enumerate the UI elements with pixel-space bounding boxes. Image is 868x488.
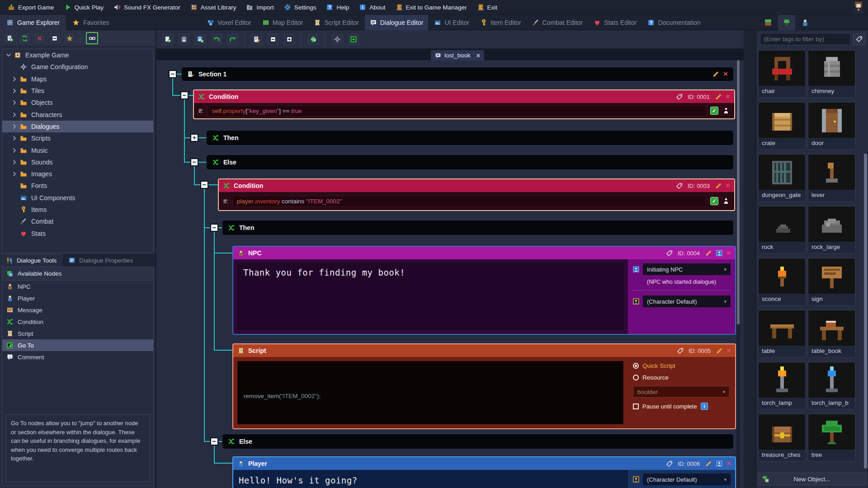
- edit-node-icon[interactable]: [705, 460, 712, 467]
- menu-export-game[interactable]: Export Game: [3, 0, 59, 14]
- menu-quick-play[interactable]: Quick Play: [59, 0, 109, 14]
- edit-node-icon[interactable]: [716, 347, 723, 354]
- edit-section-icon[interactable]: [712, 70, 719, 78]
- tag-filter-button[interactable]: [853, 33, 865, 45]
- tab-documentation[interactable]: ?Documentation: [642, 15, 705, 30]
- edit-node-icon[interactable]: [715, 182, 722, 189]
- wizard-icon[interactable]: [722, 197, 730, 205]
- canvas-test-dialogue-button[interactable]: [307, 33, 320, 46]
- menu-help[interactable]: ?Help: [321, 0, 354, 14]
- collapse-toggle[interactable]: −: [169, 70, 177, 78]
- explorer-collapse-all-button[interactable]: [48, 32, 61, 44]
- portrait-picker-icon[interactable]: [716, 249, 723, 257]
- tab-map-editor[interactable]: Map Editor: [257, 15, 308, 30]
- resource-radio[interactable]: Resource: [633, 374, 730, 381]
- condition-expression-field[interactable]: player.inventory contains "ITEM_0002": [232, 196, 706, 207]
- npc-dialogue-text[interactable]: Thank you for finding my book!: [237, 263, 623, 330]
- edit-node-icon[interactable]: [715, 93, 722, 100]
- tree-item-maps[interactable]: Maps: [2, 73, 153, 85]
- condition-node-0003[interactable]: Condition ID: 0003 × If: player.inventor…: [218, 178, 735, 211]
- dialogue-canvas[interactable]: lost_book × −−+−−−− Section 1 × Conditio…: [156, 30, 744, 488]
- delete-node-icon[interactable]: ×: [726, 347, 731, 354]
- canvas-save-as-button[interactable]: [193, 33, 207, 46]
- player-node-0006[interactable]: Player ID: 0006 × Hello! How's it going?…: [232, 456, 736, 488]
- tree-item-tiles[interactable]: Tiles: [2, 85, 153, 97]
- asset-table[interactable]: table: [758, 310, 806, 358]
- tab-game-explorer[interactable]: Game Explorer: [0, 15, 66, 30]
- tab-dialogue-properties[interactable]: Dialogue Properties: [62, 254, 139, 267]
- portrait-dropdown[interactable]: (Character Default)▾: [643, 296, 731, 307]
- new-object-button[interactable]: New Object...: [758, 473, 866, 485]
- script-node-0005[interactable]: Script ID: 0005 × remove_item("ITEM_0002…: [232, 343, 736, 429]
- caret-closed-icon[interactable]: [11, 123, 18, 130]
- pause-checkbox[interactable]: Pause until complete i: [633, 403, 730, 410]
- caret-closed-icon[interactable]: [11, 170, 18, 178]
- canvas-expand-node-button[interactable]: [283, 33, 296, 46]
- menu-exit-to-game-manager[interactable]: Exit to Game Manager: [391, 0, 472, 14]
- asset-sconce[interactable]: sconce: [758, 258, 806, 306]
- tree-item-dialogues[interactable]: Dialogues: [2, 121, 153, 132]
- delete-node-icon[interactable]: ×: [726, 460, 731, 467]
- caret-closed-icon[interactable]: [11, 75, 18, 83]
- delete-node-icon[interactable]: ×: [726, 250, 731, 256]
- menu-settings[interactable]: Settings: [279, 0, 321, 14]
- tab-dialogue-editor[interactable]: Dialogue Editor: [365, 15, 429, 30]
- else-branch-2[interactable]: Else: [222, 434, 734, 449]
- condition-node-0001[interactable]: Condition ID: 0001 × If: self.property["…: [193, 89, 735, 119]
- node-type-comment[interactable]: iComment: [2, 351, 153, 363]
- collapse-toggle[interactable]: −: [210, 437, 218, 446]
- then-branch-1[interactable]: Then: [206, 130, 734, 145]
- canvas-new-doc-button[interactable]: [161, 33, 175, 46]
- tree-item-combat[interactable]: Combat: [2, 216, 153, 227]
- tree-item-ui-components[interactable]: UI Components: [2, 192, 153, 204]
- delete-node-icon[interactable]: ×: [726, 183, 730, 189]
- caret-closed-icon[interactable]: [11, 99, 18, 106]
- tree-item-scripts[interactable]: Scripts: [2, 132, 153, 144]
- then-branch-2[interactable]: Then: [222, 220, 734, 235]
- canvas-undo-button[interactable]: [210, 33, 223, 46]
- tree-item-images[interactable]: Images: [2, 168, 153, 180]
- asset-lever[interactable]: lever: [807, 154, 856, 202]
- caret-closed-icon[interactable]: [11, 147, 18, 154]
- caret-closed-icon[interactable]: [11, 111, 18, 118]
- panel-tab-objects[interactable]: [778, 15, 795, 30]
- delete-section-icon[interactable]: ×: [723, 71, 728, 77]
- collapse-toggle[interactable]: −: [210, 224, 218, 232]
- asset-chair[interactable]: chair: [758, 50, 806, 98]
- canvas-redo-button[interactable]: [226, 33, 240, 46]
- script-code-area[interactable]: remove_item("ITEM_0002"); self.property[…: [237, 361, 623, 424]
- tree-item-objects[interactable]: Objects: [2, 97, 153, 108]
- asset-door[interactable]: door: [807, 102, 856, 150]
- tree-item-stats[interactable]: Stats: [2, 227, 153, 239]
- node-type-player[interactable]: Player: [2, 292, 153, 304]
- section-node[interactable]: Section 1 ×: [181, 67, 734, 81]
- menu-sound-fx-generator[interactable]: Sound FX Generator: [108, 0, 185, 14]
- tree-item-game-configuration[interactable]: Game Configuration: [2, 61, 153, 73]
- wizard-icon[interactable]: [722, 107, 730, 114]
- explorer-favorite-button[interactable]: [63, 32, 75, 44]
- asset-rock[interactable]: rock: [758, 206, 806, 254]
- menu-exit[interactable]: Exit: [472, 0, 503, 14]
- delete-node-icon[interactable]: ×: [726, 94, 730, 100]
- caret-open-icon[interactable]: [5, 52, 12, 59]
- npc-node-0004[interactable]: NPC ID: 0004 × Thank you for finding my …: [232, 246, 736, 335]
- tab-combat-editor[interactable]: Combat Editor: [527, 15, 588, 30]
- explorer-refresh-button[interactable]: [19, 32, 31, 44]
- explorer-delete-button[interactable]: ×: [33, 32, 46, 44]
- canvas-canvas-settings-button[interactable]: [330, 33, 344, 46]
- info-icon[interactable]: i: [701, 403, 708, 410]
- tab-script-editor[interactable]: Script Editor: [309, 15, 363, 30]
- node-type-go-to[interactable]: Go To: [2, 339, 153, 351]
- portrait-picker-icon[interactable]: [716, 460, 723, 467]
- tree-item-items[interactable]: Items: [2, 204, 153, 216]
- collapse-toggle[interactable]: −: [200, 181, 208, 189]
- condition-expression-field[interactable]: self.property["key_given"] == true: [208, 105, 706, 117]
- menu-asset-library[interactable]: Asset Library: [185, 0, 241, 14]
- tab-lost-book[interactable]: lost_book ×: [431, 50, 484, 61]
- canvas-collapse-node-button[interactable]: [266, 33, 280, 46]
- asset-panel-scrollbar[interactable]: [864, 154, 867, 469]
- asset-torch_lamp_b[interactable]: torch_lamp_b: [807, 361, 856, 410]
- else-branch-1[interactable]: Else: [206, 155, 734, 170]
- asset-sign[interactable]: sign: [807, 258, 856, 306]
- caret-closed-icon[interactable]: [11, 159, 18, 166]
